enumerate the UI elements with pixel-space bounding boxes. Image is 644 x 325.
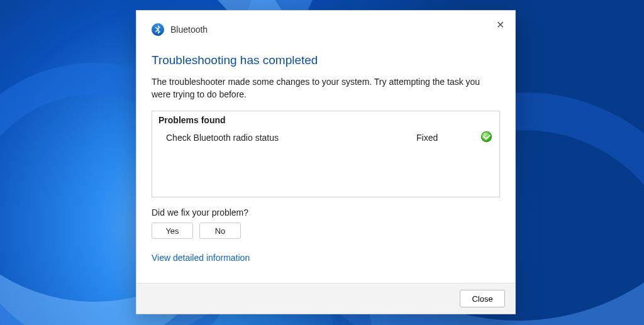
- problems-heading: Problems found: [152, 111, 499, 128]
- page-heading: Troubleshooting has completed: [152, 53, 500, 67]
- feedback-section: Did we fix your problem? Yes No: [152, 207, 500, 239]
- checkmark-icon: [481, 131, 492, 142]
- dialog-title-row: Bluetooth: [152, 23, 500, 36]
- close-icon[interactable]: ✕: [491, 16, 509, 33]
- problem-status: Fixed: [416, 133, 473, 143]
- problem-name: Check Bluetooth radio status: [166, 133, 416, 143]
- dialog-header: ✕ Bluetooth: [136, 11, 515, 41]
- troubleshooter-dialog: ✕ Bluetooth Troubleshooting has complete…: [136, 10, 516, 314]
- view-details-link[interactable]: View detailed information: [152, 253, 500, 263]
- feedback-question: Did we fix your problem?: [152, 207, 500, 218]
- no-button[interactable]: No: [199, 223, 241, 239]
- problem-state-icon: [473, 131, 492, 144]
- close-button[interactable]: Close: [460, 290, 505, 307]
- feedback-buttons: Yes No: [152, 223, 500, 239]
- yes-button[interactable]: Yes: [152, 223, 193, 239]
- problem-row: Check Bluetooth radio status Fixed: [152, 128, 499, 148]
- dialog-footer: Close: [136, 283, 515, 314]
- bluetooth-icon: [152, 23, 164, 36]
- problems-panel: Problems found Check Bluetooth radio sta…: [152, 111, 500, 197]
- dialog-body: Troubleshooting has completed The troubl…: [136, 41, 515, 283]
- dialog-title: Bluetooth: [170, 25, 208, 35]
- page-description: The troubleshooter made some changes to …: [152, 76, 500, 101]
